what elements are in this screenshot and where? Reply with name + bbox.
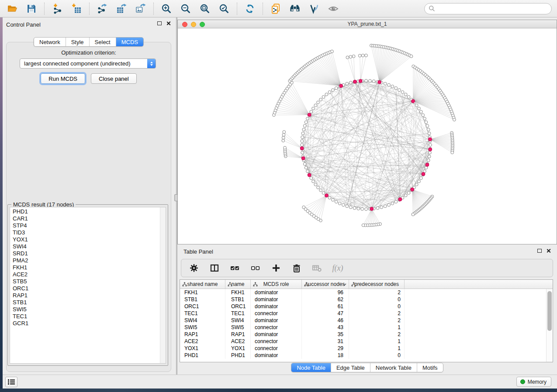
table-cell: ACE2 — [225, 338, 251, 345]
run-mcds-button[interactable]: Run MCDS — [41, 73, 85, 84]
table-row[interactable]: PHD1PHD1dominator180 — [180, 352, 553, 359]
column-header-successor-nodes[interactable]: successor nodes — [302, 280, 349, 289]
window-minimize-icon[interactable] — [191, 22, 196, 27]
tab-node-table[interactable]: Node Table — [291, 363, 331, 372]
mcds-result-item[interactable]: TID3 — [10, 229, 160, 236]
float-panel-icon[interactable] — [157, 21, 162, 25]
hide-details-eye-icon[interactable] — [327, 3, 339, 15]
mcds-result-item[interactable]: GCR1 — [10, 320, 160, 327]
table-cell: ACE2 — [180, 338, 225, 345]
mcds-result-item[interactable]: ACE2 — [10, 271, 160, 278]
zoom-in-icon[interactable] — [160, 3, 173, 15]
mcds-result-item[interactable]: ORC1 — [10, 285, 160, 292]
mcds-result-item[interactable]: FKH1 — [10, 264, 160, 271]
open-session-icon[interactable] — [6, 3, 18, 15]
column-header-name[interactable]: name — [225, 280, 251, 289]
export-image-icon[interactable] — [135, 3, 147, 15]
mcds-result-item[interactable]: RAP1 — [10, 292, 160, 299]
close-table-panel-icon[interactable] — [546, 248, 551, 253]
float-table-panel-icon[interactable] — [537, 249, 542, 253]
unselect-all-columns-icon[interactable] — [250, 263, 261, 273]
close-panel-icon[interactable] — [166, 21, 171, 26]
import-table-icon[interactable] — [70, 3, 83, 15]
table-cell: 2 — [349, 289, 405, 296]
column-header-shared-name[interactable]: shared name — [180, 280, 225, 289]
select-first-neighbors-icon[interactable] — [289, 3, 301, 15]
tab-motifs[interactable]: Motifs — [417, 363, 443, 372]
memory-button[interactable]: Memory — [516, 377, 551, 387]
mcds-result-item[interactable]: SWI4 — [10, 243, 160, 250]
refresh-view-icon[interactable] — [244, 3, 256, 15]
mcds-result-item[interactable]: STB5 — [10, 278, 160, 285]
table-cell: TEC1 — [180, 310, 225, 317]
save-session-icon[interactable] — [25, 3, 38, 15]
control-panel-tabs: NetworkStyleSelectMCDS — [34, 37, 144, 47]
task-history-button[interactable] — [5, 377, 17, 387]
mcds-result-item[interactable]: SWI5 — [10, 306, 160, 313]
add-column-icon[interactable] — [271, 263, 281, 273]
table-row[interactable]: ACE2ACE2connector311 — [180, 338, 553, 345]
network-search-box[interactable] — [424, 3, 552, 14]
optimization-criterion-select[interactable]: largest connected component (undirected) — [20, 58, 156, 69]
memory-status-icon — [520, 379, 525, 384]
function-builder-icon: f(x) — [332, 263, 343, 273]
network-canvas[interactable] — [178, 28, 557, 244]
zoom-selected-icon[interactable] — [218, 3, 230, 15]
table-row[interactable]: YOX1YOX1connector291 — [180, 345, 553, 352]
mcds-result-item[interactable]: YOX1 — [10, 236, 160, 243]
table-cell: 43 — [302, 324, 349, 331]
vizmap-icon[interactable] — [308, 3, 320, 15]
tab-mcds[interactable]: MCDS — [116, 38, 143, 46]
tab-network-table[interactable]: Network Table — [370, 363, 417, 372]
zoom-fit-icon[interactable] — [199, 3, 211, 15]
export-table-icon[interactable] — [115, 3, 128, 15]
table-cell: dominator — [251, 303, 302, 310]
tab-edge-table[interactable]: Edge Table — [331, 363, 370, 372]
share-document-icon[interactable] — [270, 3, 282, 15]
mcds-result-item[interactable]: STP4 — [10, 222, 160, 229]
table-row[interactable]: ORC1ORC1dominator610 — [180, 303, 553, 310]
window-close-icon[interactable] — [182, 22, 187, 27]
column-header-MCDS-role[interactable]: MCDS role — [251, 280, 302, 289]
table-cell: dominator — [251, 289, 302, 296]
table-row[interactable]: SWI5SWI5connector431 — [180, 324, 553, 331]
mcds-list-scrollbar[interactable] — [160, 207, 166, 363]
tab-select[interactable]: Select — [89, 38, 116, 46]
select-all-columns-icon[interactable] — [230, 263, 240, 273]
table-options-gear-icon[interactable] — [189, 263, 199, 273]
tab-network[interactable]: Network — [34, 38, 66, 46]
tab-style[interactable]: Style — [66, 38, 89, 46]
network-window-titlebar[interactable]: YPA_prune.txt_1 — [178, 20, 557, 28]
mcds-result-item[interactable]: TEC1 — [10, 313, 160, 320]
mcds-result-item[interactable]: SRD1 — [10, 250, 160, 257]
table-cell: connector — [251, 324, 302, 331]
table-cell: FKH1 — [180, 289, 225, 296]
mcds-result-item[interactable]: CAR1 — [10, 215, 160, 222]
zoom-out-icon[interactable] — [180, 3, 192, 15]
table-cell: 1 — [349, 345, 405, 352]
window-zoom-icon[interactable] — [200, 22, 205, 27]
table-cell: connector — [251, 338, 302, 345]
close-panel-button[interactable]: Close panel — [91, 73, 137, 84]
table-cell: SWI5 — [180, 324, 225, 331]
table-row[interactable]: SWI4SWI4dominator462 — [180, 317, 553, 324]
import-network-icon[interactable] — [51, 3, 63, 15]
show-columns-icon[interactable] — [209, 263, 220, 273]
table-row[interactable]: STB1STB1dominator620 — [180, 296, 553, 303]
column-header-predecessor-nodes[interactable]: predecessor nodes — [349, 280, 405, 289]
delete-column-icon[interactable] — [291, 263, 302, 273]
table-row[interactable]: RAP1RAP1dominator352 — [180, 331, 553, 338]
search-input[interactable] — [437, 5, 547, 12]
table-row[interactable]: TEC1TEC1connector472 — [180, 310, 553, 317]
mcds-result-item[interactable]: PHD1 — [10, 208, 160, 215]
mcds-result-item[interactable]: STB1 — [10, 299, 160, 306]
export-network-icon[interactable] — [96, 3, 108, 15]
search-icon — [429, 5, 435, 12]
table-scrollbar-thumb[interactable] — [547, 291, 552, 331]
table-row[interactable]: FKH1FKH1dominator962 — [180, 289, 553, 296]
mcds-result-list[interactable]: PHD1CAR1STP4TID3YOX1SWI4SRD1PMA2FKH1ACE2… — [10, 207, 166, 364]
table-scrollbar[interactable] — [546, 289, 553, 362]
node-table-body: FKH1FKH1dominator962STB1STB1dominator620… — [180, 289, 553, 359]
table-cell: YOX1 — [225, 345, 251, 352]
mcds-result-item[interactable]: PMA2 — [10, 257, 160, 264]
